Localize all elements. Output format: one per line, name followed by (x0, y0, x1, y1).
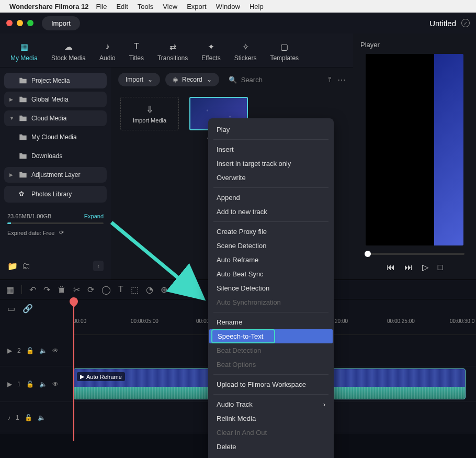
menu-window[interactable]: Window (216, 3, 240, 10)
record-dropdown[interactable]: ◉Record⌄ (165, 73, 219, 86)
sidebar-item-global-media[interactable]: ▶ Global Media (4, 92, 107, 107)
mac-menubar: Wondershare Filmora 12 File Edit Tools V… (0, 0, 476, 13)
cm-silence-detection[interactable]: Silence Detection (208, 281, 334, 295)
new-folder-icon[interactable]: 📁 (7, 261, 17, 271)
chevron-right-icon[interactable]: ▶ (9, 172, 15, 177)
cm-speech-to-text[interactable]: Speech-to-Text (209, 329, 333, 343)
sidebar-item-project-media[interactable]: Project Media (4, 73, 107, 88)
stop-icon[interactable]: □ (438, 263, 443, 272)
import-media-tile[interactable]: ⇩Import Media (120, 97, 179, 274)
crop-icon[interactable]: ⬚ (131, 285, 139, 295)
new-bin-icon[interactable]: 🗂 (22, 261, 31, 271)
lock-icon[interactable]: 🔓 (26, 347, 34, 354)
minimize-window-icon[interactable] (17, 20, 23, 26)
lock-icon[interactable]: 🔓 (25, 414, 32, 421)
menu-export[interactable]: Export (187, 3, 207, 10)
cm-scene-detection[interactable]: Scene Detection (208, 239, 334, 253)
delete-icon[interactable]: 🗑 (58, 285, 66, 294)
lock-icon[interactable]: 🔓 (26, 381, 34, 388)
menu-help[interactable]: Help (250, 3, 264, 10)
templates-icon: ▢ (279, 41, 290, 52)
cm-audio-track[interactable]: Audio Track› (208, 397, 334, 411)
play-icon[interactable]: ▷ (422, 262, 428, 272)
sidebar-item-cloud-media[interactable]: ▼ Cloud Media (4, 110, 107, 126)
tab-transitions[interactable]: ⇄Transitions (152, 38, 193, 67)
search-input[interactable]: 🔍Search (224, 76, 323, 84)
sidebar-item-adjustment-layer[interactable]: ▶ Adjustment Layer (4, 167, 107, 183)
import-button[interactable]: Import (42, 16, 80, 30)
next-frame-icon[interactable]: ⏭ (404, 263, 413, 272)
cm-reveal-finder[interactable]: Reveal in Finder (208, 454, 334, 458)
mute-icon[interactable]: 🔈 (39, 381, 47, 388)
undo-icon[interactable]: ↶ (29, 285, 36, 295)
cm-overwrite[interactable]: Overwrite (208, 171, 334, 185)
playhead[interactable] (73, 299, 74, 441)
chevron-right-icon[interactable]: ▶ (9, 97, 15, 102)
close-window-icon[interactable] (6, 20, 13, 26)
sidebar-item-label: My Cloud Media (31, 133, 77, 141)
import-dropdown[interactable]: Import⌄ (118, 73, 160, 86)
window-controls[interactable] (6, 20, 33, 26)
sidebar-item-my-cloud[interactable]: My Cloud Media (14, 129, 107, 145)
chevron-down-icon[interactable]: ▼ (9, 116, 15, 121)
mark-icon[interactable]: ⚑ (175, 285, 182, 295)
tab-stock-media[interactable]: ☁Stock Media (46, 38, 91, 67)
menu-edit[interactable]: Edit (116, 3, 128, 10)
cm-auto-beat-sync[interactable]: Auto Beat Sync (208, 267, 334, 281)
cm-create-proxy[interactable]: Create Proxy file (208, 225, 334, 239)
mute-icon[interactable]: 🔈 (39, 347, 47, 354)
cm-insert[interactable]: Insert (208, 142, 334, 157)
scrubber-knob[interactable] (365, 251, 371, 257)
color-icon[interactable]: ◔ (146, 285, 153, 295)
tab-titles[interactable]: TTitles (124, 38, 149, 67)
mute-icon[interactable]: 🔈 (38, 414, 46, 421)
cm-delete[interactable]: Delete (208, 440, 334, 454)
menubar-app-name[interactable]: Wondershare Filmora 12 (9, 3, 88, 10)
saved-check-icon: ✓ (461, 19, 470, 27)
cm-insert-target[interactable]: Insert in target track only (208, 157, 334, 171)
visibility-icon[interactable]: 👁 (52, 381, 59, 388)
tab-effects[interactable]: ✦Effects (196, 38, 225, 67)
maximize-window-icon[interactable] (27, 20, 33, 26)
player-canvas[interactable] (366, 54, 463, 245)
snap-icon[interactable]: ▭ (7, 304, 15, 314)
link-icon[interactable]: 🔗 (22, 304, 33, 314)
menu-file[interactable]: File (96, 3, 107, 10)
adjust-icon[interactable]: ⊕ (161, 285, 167, 295)
grid-icon[interactable]: ▦ (6, 285, 14, 295)
cm-append[interactable]: Append (208, 191, 334, 205)
cm-auto-reframe[interactable]: Auto Reframe (208, 253, 334, 267)
cm-relink-media[interactable]: Relink Media (208, 411, 334, 426)
tab-label: Stickers (234, 54, 257, 62)
collapse-sidebar-button[interactable]: ‹ (93, 261, 104, 271)
prev-frame-icon[interactable]: ⏮ (387, 263, 395, 272)
sidebar-item-downloads[interactable]: Downloads (14, 148, 107, 164)
redo-icon[interactable]: ↷ (43, 285, 50, 295)
sidebar-item-photos-library[interactable]: ✿ Photos Library (4, 186, 107, 203)
tab-stickers[interactable]: ✧Stickers (229, 38, 262, 67)
player-scrubber[interactable] (365, 253, 464, 255)
expand-storage-link[interactable]: Expand (84, 213, 104, 219)
cm-rename[interactable]: Rename (208, 315, 334, 329)
filter-icon[interactable]: ⫯ (328, 75, 332, 84)
menu-tools[interactable]: Tools (138, 3, 153, 10)
refresh-icon[interactable]: ⟳ (59, 229, 64, 236)
more-icon[interactable]: ⋯ (337, 75, 346, 85)
menu-view[interactable]: View (163, 3, 177, 10)
cm-upload-workspace[interactable]: Upload to Filmora Workspace (208, 377, 334, 392)
ruler-mark: 00:00:30:0 (450, 318, 474, 324)
text-icon[interactable]: T (118, 285, 123, 294)
cut-icon[interactable]: ✂ (73, 285, 80, 295)
mask-icon[interactable]: ◯ (101, 285, 111, 295)
visibility-icon[interactable]: 👁 (52, 347, 59, 354)
play-icon: ▶ (80, 373, 84, 380)
sidebar-item-label: Cloud Media (31, 115, 66, 122)
tab-my-media[interactable]: ▦My Media (5, 38, 43, 67)
tab-label: My Media (10, 54, 38, 62)
cm-add-new-track[interactable]: Add to new track (208, 205, 334, 219)
tab-templates[interactable]: ▢Templates (265, 38, 304, 67)
search-icon: 🔍 (229, 76, 237, 84)
speed-icon[interactable]: ⟳ (87, 285, 94, 295)
tab-audio[interactable]: ♪Audio (94, 38, 121, 67)
cm-play[interactable]: Play (208, 122, 334, 137)
